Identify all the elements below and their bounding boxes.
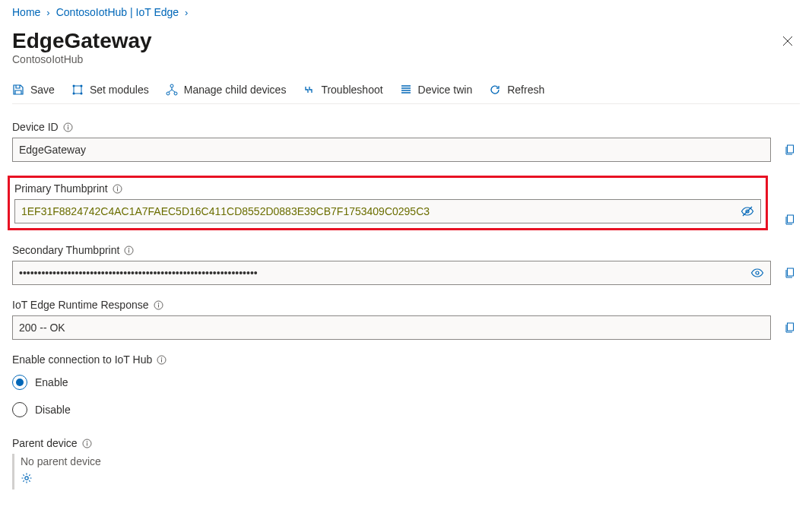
copy-secondary-thumbprint-button[interactable]	[780, 261, 800, 285]
runtime-response-label: IoT Edge Runtime Response	[12, 299, 149, 311]
breadcrumb-hub[interactable]: ContosoIotHub | IoT Edge	[56, 6, 179, 18]
save-button[interactable]: Save	[12, 84, 55, 96]
svg-point-5	[167, 92, 170, 95]
svg-point-4	[170, 84, 173, 87]
svg-point-26	[161, 357, 163, 359]
device-id-input[interactable]	[19, 144, 764, 156]
device-id-input-wrap	[12, 138, 771, 162]
primary-thumbprint-block: Primary Thumbprint	[12, 176, 800, 230]
svg-point-31	[25, 477, 28, 480]
gear-icon	[21, 472, 33, 484]
eye-icon	[750, 266, 764, 280]
parent-device-settings-button[interactable]	[21, 472, 33, 484]
svg-rect-23	[158, 304, 159, 307]
svg-rect-13	[117, 188, 118, 191]
runtime-response-input[interactable]	[19, 322, 764, 334]
toolbar: Save Set modules Manage child devices Tr…	[12, 74, 800, 104]
set-modules-icon	[71, 84, 84, 96]
copy-icon	[784, 322, 796, 334]
refresh-label: Refresh	[507, 84, 544, 96]
copy-icon	[784, 214, 796, 226]
copy-icon	[784, 267, 796, 279]
svg-point-12	[116, 186, 118, 188]
device-id-label: Device ID	[12, 121, 59, 133]
page-header: EdgeGateway ContosoIotHub	[12, 29, 800, 65]
info-icon[interactable]	[113, 184, 122, 194]
radio-disable-indicator	[12, 402, 27, 417]
primary-thumbprint-label: Primary Thumbprint	[14, 182, 108, 195]
primary-thumbprint-input-wrap	[14, 199, 761, 223]
parent-device-value: No parent device	[21, 455, 800, 467]
device-twin-label: Device twin	[418, 84, 473, 96]
refresh-button[interactable]: Refresh	[489, 84, 544, 96]
secondary-thumbprint-block: Secondary Thumbprint	[12, 244, 800, 285]
radio-enable-indicator	[12, 375, 27, 390]
troubleshoot-label: Troubleshoot	[321, 84, 382, 96]
svg-rect-10	[788, 145, 794, 153]
info-icon[interactable]	[82, 439, 92, 448]
radio-enable-label: Enable	[35, 376, 68, 388]
svg-rect-24	[788, 323, 794, 331]
svg-rect-18	[128, 249, 129, 252]
svg-point-29	[86, 441, 87, 442]
svg-rect-27	[161, 359, 162, 362]
svg-rect-15	[788, 215, 794, 223]
secondary-thumbprint-label: Secondary Thumbprint	[12, 244, 119, 256]
show-secondary-thumbprint-button[interactable]	[746, 266, 764, 280]
eye-hide-icon	[741, 204, 754, 218]
set-modules-button[interactable]: Set modules	[71, 84, 149, 96]
manage-children-icon	[166, 84, 178, 96]
svg-point-17	[128, 248, 130, 249]
svg-point-19	[756, 271, 759, 274]
info-icon[interactable]	[63, 122, 73, 132]
save-label: Save	[30, 84, 55, 96]
svg-point-6	[174, 92, 177, 95]
breadcrumb-home[interactable]: Home	[12, 6, 40, 18]
breadcrumb-sep-1: ›	[42, 7, 54, 18]
info-icon[interactable]	[154, 300, 163, 310]
manage-children-button[interactable]: Manage child devices	[166, 84, 287, 96]
manage-children-label: Manage child devices	[184, 84, 287, 96]
svg-point-22	[157, 303, 159, 304]
refresh-icon	[489, 84, 501, 96]
device-twin-button[interactable]: Device twin	[400, 84, 473, 96]
breadcrumb: Home › ContosoIotHub | IoT Edge ›	[12, 6, 800, 18]
runtime-response-block: IoT Edge Runtime Response	[12, 299, 800, 340]
troubleshoot-button[interactable]: Troubleshoot	[303, 84, 382, 96]
close-icon	[782, 35, 794, 47]
enable-connection-block: Enable connection to IoT Hub Enable Disa…	[12, 353, 800, 417]
svg-rect-30	[87, 442, 87, 445]
copy-device-id-button[interactable]	[780, 138, 800, 162]
radio-disable-label: Disable	[35, 404, 71, 416]
close-button[interactable]	[776, 29, 800, 53]
copy-icon	[784, 144, 796, 156]
page-title: EdgeGateway	[12, 29, 152, 53]
svg-rect-9	[68, 126, 68, 129]
runtime-response-input-wrap	[12, 315, 771, 340]
radio-disable[interactable]: Disable	[12, 402, 800, 417]
device-id-block: Device ID	[12, 121, 800, 162]
radio-enable[interactable]: Enable	[12, 375, 800, 390]
page-subtitle: ContosoIotHub	[12, 53, 152, 65]
svg-rect-20	[788, 268, 794, 276]
primary-thumbprint-input[interactable]	[21, 205, 736, 217]
device-twin-icon	[400, 84, 412, 96]
save-icon	[12, 84, 24, 96]
hide-primary-thumbprint-button[interactable]	[736, 204, 754, 218]
secondary-thumbprint-input[interactable]	[19, 267, 746, 279]
parent-device-label: Parent device	[12, 437, 78, 449]
set-modules-label: Set modules	[90, 84, 149, 96]
secondary-thumbprint-input-wrap	[12, 261, 771, 285]
info-icon[interactable]	[124, 246, 134, 255]
svg-point-8	[67, 125, 68, 126]
enable-connection-label: Enable connection to IoT Hub	[12, 353, 152, 366]
troubleshoot-icon	[303, 84, 315, 96]
copy-runtime-response-button[interactable]	[780, 315, 800, 340]
copy-primary-thumbprint-button[interactable]	[780, 214, 800, 226]
info-icon[interactable]	[157, 355, 167, 365]
parent-device-block: Parent device No parent device	[12, 437, 800, 490]
breadcrumb-sep-2: ›	[180, 7, 192, 18]
